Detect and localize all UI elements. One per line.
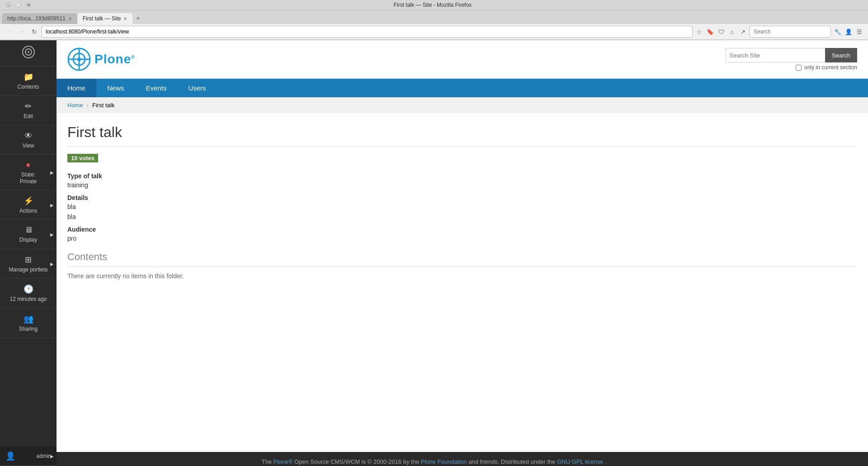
back-btn[interactable]: ← xyxy=(4,26,14,37)
logo-reg: ® xyxy=(131,55,135,60)
breadcrumb: Home › First talk xyxy=(57,97,868,113)
sidebar-item-actions[interactable]: ⚡ Actions ▶ xyxy=(0,190,57,220)
nav-home[interactable]: Home xyxy=(57,79,96,97)
sidebar-item-contents[interactable]: 📁 Contents xyxy=(0,67,57,96)
main-content: Plone® Search only in current section Ho… xyxy=(57,40,868,452)
sidebar-item-sharing[interactable]: 👥 Sharing xyxy=(0,309,57,338)
logo-text: Plone® xyxy=(94,52,135,67)
toolbar-icons: ☆ 🔖 🛡 ⌂ ↗ xyxy=(694,27,748,37)
close-btn[interactable]: ✕ xyxy=(25,2,32,8)
minimize-btn[interactable]: – xyxy=(5,2,12,8)
edit-label: Edit xyxy=(24,113,33,119)
user-icon[interactable]: 👤 xyxy=(844,27,854,37)
star-icon[interactable]: ☆ xyxy=(694,27,704,37)
footer-text-mid3: and friends. Distributed under the xyxy=(468,458,557,465)
sidebar-user-item[interactable]: 👤 admin ▶ xyxy=(0,447,57,466)
user-avatar-icon: 👤 xyxy=(5,451,15,461)
nav-events[interactable]: Events xyxy=(135,79,178,97)
page-title: First talk xyxy=(67,124,857,147)
search-options-row: only in current section xyxy=(796,64,857,71)
site-logo: Plone® xyxy=(67,48,135,71)
display-arrow-icon: ▶ xyxy=(50,232,54,237)
display-label: Display xyxy=(19,237,37,243)
breadcrumb-current: First talk xyxy=(92,102,114,109)
only-in-section-checkbox[interactable] xyxy=(796,65,802,71)
footer-text-prefix: The xyxy=(261,458,273,465)
user-name-label: admin xyxy=(36,453,51,459)
modified-label: 12 minutes ago xyxy=(9,296,47,302)
site-footer: The Plone® Open Source CMS/WCM is © 2000… xyxy=(0,452,868,466)
sidebar-item-display[interactable]: 🖥 Display ▶ xyxy=(0,220,57,249)
audience-label: Audience xyxy=(67,226,857,233)
svg-point-2 xyxy=(28,51,29,53)
sidebar-item-manage-portlets[interactable]: ⊞ Manage portlets ▶ xyxy=(0,249,57,279)
clock-icon: 🕐 xyxy=(24,284,33,294)
menu-icon[interactable]: ☰ xyxy=(854,27,864,37)
browser-search-input[interactable] xyxy=(750,26,831,38)
shield-icon[interactable]: 🛡 xyxy=(716,27,726,37)
breadcrumb-separator: › xyxy=(87,102,89,109)
actions-arrow-icon: ▶ xyxy=(50,203,54,208)
tab2-close[interactable]: ✕ xyxy=(123,16,127,21)
bookmark-icon[interactable]: 🔖 xyxy=(705,27,715,37)
nav-news[interactable]: News xyxy=(96,79,135,97)
details-value-1: bla xyxy=(67,203,857,210)
share-icon[interactable]: ↗ xyxy=(738,27,748,37)
restore-btn[interactable]: ⬜ xyxy=(15,2,22,8)
header-search: Search only in current section xyxy=(726,48,857,71)
votes-badge: 10 votes xyxy=(67,154,98,162)
page-wrapper: 📁 Contents ✏ Edit 👁 View ● State:Private… xyxy=(0,40,868,452)
browser-tabs: http://loca...193d809511 ✕ First talk — … xyxy=(0,10,868,24)
type-of-talk-label: Type of talk xyxy=(67,172,857,180)
browser-extra-icons: 🔧 👤 ☰ xyxy=(833,27,864,37)
content-area: First talk 10 votes Type of talk trainin… xyxy=(57,113,868,290)
state-label: State:Private xyxy=(20,171,37,185)
tab1-label: http://loca...193d809511 xyxy=(7,15,66,22)
address-bar[interactable] xyxy=(42,26,693,38)
logo-icon xyxy=(67,48,91,71)
actions-icon: ⚡ xyxy=(24,196,33,206)
footer-license-link[interactable]: GNU GPL license xyxy=(557,458,603,465)
footer-text-mid1: Open Source CMS/WCM xyxy=(294,458,360,465)
site-nav: Home News Events Users xyxy=(57,79,868,97)
footer-plone-link[interactable]: Plone® xyxy=(273,458,292,465)
state-icon: ● xyxy=(26,160,31,170)
sidebar-item-state[interactable]: ● State:Private ▶ xyxy=(0,155,57,190)
site-header: Plone® Search only in current section xyxy=(57,40,868,79)
browser-tab-1[interactable]: http://loca...193d809511 ✕ xyxy=(2,13,77,24)
sharing-icon: 👥 xyxy=(24,314,33,324)
details-value-2: bla xyxy=(67,213,857,220)
footer-foundation-link[interactable]: Plone Foundation xyxy=(421,458,467,465)
state-arrow-icon: ▶ xyxy=(50,170,54,175)
site-search-input[interactable] xyxy=(726,48,825,62)
nav-users[interactable]: Users xyxy=(177,79,217,97)
plone-circle-icon xyxy=(22,46,35,61)
only-in-section-label: only in current section xyxy=(804,64,857,71)
contents-empty-message: There are currently no items in this fol… xyxy=(67,272,857,280)
site-search-button[interactable]: Search xyxy=(825,48,857,62)
browser-toolbar: ← → ↻ ☆ 🔖 🛡 ⌂ ↗ 🔧 👤 ☰ xyxy=(0,24,868,40)
type-of-talk-value: training xyxy=(67,181,857,189)
manage-portlets-label: Manage portlets xyxy=(9,266,47,273)
folder-icon: 📁 xyxy=(24,72,33,82)
browser-tab-2[interactable]: First talk — Site ✕ xyxy=(77,13,133,24)
forward-btn[interactable]: → xyxy=(16,26,27,37)
display-icon: 🖥 xyxy=(24,225,33,235)
window-title: First talk — Site - Mozilla Firefox xyxy=(35,2,830,8)
window-controls[interactable]: – ⬜ ✕ xyxy=(2,2,35,8)
footer-text-mid2: is © 2000-2016 by the xyxy=(362,458,421,465)
sharing-label: Sharing xyxy=(19,326,38,332)
new-tab-btn[interactable]: + xyxy=(132,12,143,24)
sidebar-item-edit[interactable]: ✏ Edit xyxy=(0,96,57,125)
reload-btn[interactable]: ↻ xyxy=(29,26,40,37)
breadcrumb-home[interactable]: Home xyxy=(67,102,83,109)
sidebar-item-view[interactable]: 👁 View xyxy=(0,126,57,155)
actions-label: Actions xyxy=(19,208,37,214)
tab1-close[interactable]: ✕ xyxy=(68,16,72,21)
sidebar-item-plone[interactable] xyxy=(0,40,57,67)
home-icon[interactable]: ⌂ xyxy=(727,27,737,37)
browser-titlebar: – ⬜ ✕ First talk — Site - Mozilla Firefo… xyxy=(0,0,868,10)
logo-name: Plone xyxy=(94,52,131,66)
addon-icon[interactable]: 🔧 xyxy=(833,27,843,37)
search-row: Search xyxy=(726,48,857,62)
